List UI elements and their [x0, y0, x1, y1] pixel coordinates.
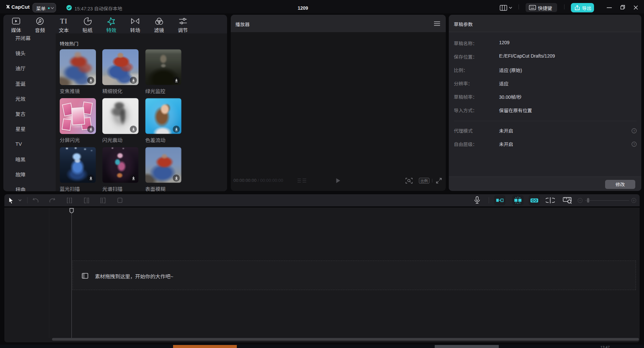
svg-text:?: ?	[633, 129, 635, 133]
svg-text:?: ?	[633, 143, 635, 146]
